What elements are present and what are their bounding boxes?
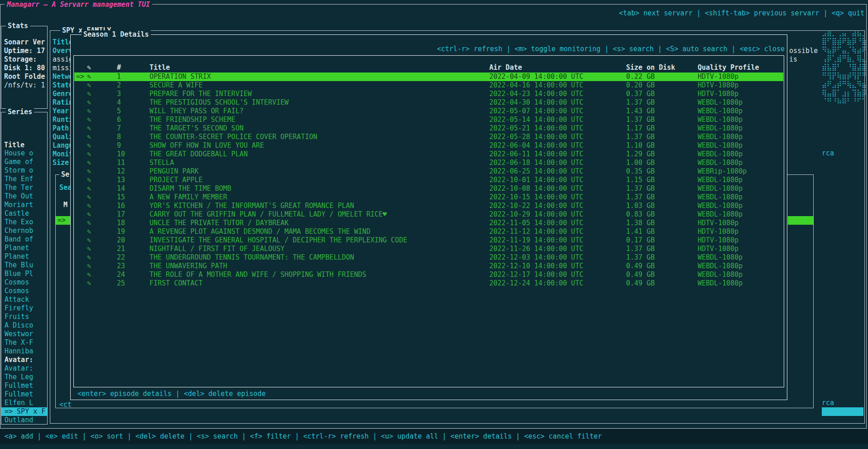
edit-pencil-icon[interactable]: ✎ — [87, 124, 117, 133]
edit-pencil-icon[interactable]: ✎ — [87, 227, 117, 236]
edit-pencil-icon[interactable]: ✎ — [87, 202, 117, 210]
series-list-item[interactable]: The Blu — [1, 261, 47, 270]
episode-row[interactable]: ✎ 16 YOR'S KITCHEN / THE INFORMANT'S GRE… — [74, 202, 783, 210]
series-list-item[interactable]: Elfen L — [1, 399, 47, 407]
edit-pencil-icon[interactable]: ✎ — [87, 176, 117, 184]
edit-pencil-icon[interactable]: ✎ — [87, 133, 117, 141]
series-list-item[interactable]: The Exo — [1, 218, 47, 227]
poster-art-line: ⣴⠟⣠⡾⠛⢷⣄⠻⣦ — [822, 80, 867, 89]
series-list-item[interactable]: Outland — [1, 416, 47, 425]
episode-title: WILL THEY PASS OR FAIL? — [149, 107, 489, 116]
edit-pencil-icon[interactable]: ✎ — [87, 245, 117, 253]
series-list-item[interactable]: Avatar: — [1, 356, 47, 364]
edit-pencil-icon[interactable]: ✎ — [87, 262, 117, 270]
series-list-item[interactable]: Planet — [1, 244, 47, 252]
edit-pencil-icon[interactable]: ✎ — [87, 72, 117, 81]
stats-panel-title: Stats — [6, 22, 30, 30]
edit-pencil-icon[interactable]: ✎ — [87, 184, 117, 193]
series-list-item[interactable]: Band of — [1, 235, 47, 244]
episode-row[interactable]: ✎ 8 THE COUNTER-SECRET POLICE COVER OPER… — [74, 133, 783, 141]
episode-row[interactable]: ✎ 2 SECURE A WIFE 2022-04-16 14:00:00 UT… — [74, 81, 783, 90]
series-list-item[interactable]: Castle — [1, 209, 47, 218]
episode-title: THE COUNTER-SECRET POLICE COVER OPERATIO… — [149, 133, 489, 141]
series-list-item[interactable]: Avatar: — [1, 364, 47, 373]
episode-quality: WEBDL-1080p — [698, 202, 783, 210]
edit-pencil-icon[interactable]: ✎ — [87, 107, 117, 116]
edit-pencil-icon[interactable]: ✎ — [87, 167, 117, 176]
series-list-item[interactable]: Fullmet — [1, 390, 47, 399]
episode-row[interactable]: ✎ 3 PREPARE FOR THE INTERVIEW 2022-04-23… — [74, 90, 783, 98]
episode-quality: WEBDL-1080p — [698, 270, 783, 279]
edit-pencil-icon[interactable]: ✎ — [87, 193, 117, 202]
episode-quality: WEBDL-1080p — [698, 107, 783, 116]
series-list-item[interactable]: Attack — [1, 295, 47, 304]
seasons-footer-fragment: <ct — [59, 401, 72, 409]
episode-row[interactable]: ✎ 15 A NEW FAMILY MEMBER 2022-10-15 14:0… — [74, 193, 783, 202]
episode-row[interactable]: ✎ 4 THE PRESTIGIOUS SCHOOL'S INTERVIEW 2… — [74, 98, 783, 107]
episode-row[interactable]: ✎ 13 PROJECT APPLE 2022-10-01 14:00:00 U… — [74, 176, 783, 184]
poster-art-line: ⢿⣤⣿⠁⣰⡆⢹⣷⡿ — [822, 89, 867, 97]
series-list-item[interactable]: Westwor — [1, 330, 47, 338]
episode-row[interactable]: ✎ 20 INVESTIGATE THE GENERAL HOSPITAL / … — [74, 236, 783, 245]
poster-art-line: ⠛⢻⡟⢷⣶⡾⢻⡟⠛ — [822, 72, 867, 80]
edit-pencil-icon[interactable]: ✎ — [87, 150, 117, 159]
series-list-item[interactable]: Cosmos — [1, 287, 47, 295]
poster-art-line: ⠈⠛⠘⠷⠿⠃⠘⠋⠁ — [822, 97, 867, 106]
edit-pencil-icon[interactable]: ✎ — [87, 236, 117, 245]
episode-air-date: 2022-05-21 14:00:00 UTC — [489, 124, 626, 133]
edit-pencil-icon[interactable]: ✎ — [87, 279, 117, 288]
episode-row[interactable]: ✎ 18 UNCLE THE PRIVATE TUTOR / DAYBREAK … — [74, 219, 783, 227]
series-list-item[interactable]: The Ter — [1, 183, 47, 192]
episode-row[interactable]: ✎ 22 THE UNDERGROUND TENNIS TOURNAMENT: … — [74, 253, 783, 262]
series-list-item[interactable]: The Enf — [1, 175, 47, 183]
episode-row[interactable]: ✎ 7 THE TARGET'S SECOND SON 2022-05-21 1… — [74, 124, 783, 133]
edit-pencil-icon[interactable]: ✎ — [87, 270, 117, 279]
series-list-item[interactable]: The X-F — [1, 338, 47, 347]
series-list-item[interactable]: Firefly — [1, 304, 47, 313]
edit-pencil-icon[interactable]: ✎ — [87, 90, 117, 98]
series-list-item[interactable]: Game of — [1, 158, 47, 166]
series-list-item[interactable]: Blue Pl — [1, 270, 47, 278]
series-list-item[interactable]: => SPY x F — [1, 407, 47, 416]
episode-row[interactable]: ✎ 14 DISARM THE TIME BOMB 2022-10-08 14:… — [74, 184, 783, 193]
edit-pencil-icon[interactable]: ✎ — [87, 219, 117, 227]
episode-row[interactable]: ✎ 24 THE ROLE OF A MOTHER AND WIFE / SHO… — [74, 270, 783, 279]
edit-pencil-icon[interactable]: ✎ — [87, 253, 117, 262]
episode-row[interactable]: ✎ 21 NIGHTFALL / FIRST FIT OF JEALOUSY 2… — [74, 245, 783, 253]
edit-pencil-icon[interactable]: ✎ — [87, 81, 117, 90]
edit-pencil-icon[interactable]: ✎ — [87, 116, 117, 124]
episode-row[interactable]: ✎ 19 A REVENGE PLOT AGAINST DESMOND / MA… — [74, 227, 783, 236]
series-list-item[interactable]: Planet — [1, 252, 47, 261]
edit-pencil-icon[interactable]: ✎ — [87, 141, 117, 150]
series-list-item[interactable]: House o — [1, 149, 47, 158]
series-list-item[interactable]: Fruits — [1, 313, 47, 321]
edit-pencil-icon[interactable]: ✎ — [87, 159, 117, 167]
series-list-item[interactable]: Hanniba — [1, 347, 47, 356]
series-list-item[interactable]: The Leg — [1, 373, 47, 381]
series-list-item[interactable]: A Disco — [1, 321, 47, 330]
episode-row[interactable]: ✎ 11 STELLA 2022-06-18 14:00:00 UTC 1.00… — [74, 159, 783, 167]
series-list-item[interactable]: Fullmet — [1, 381, 47, 390]
episode-size: 0.49 GB — [626, 279, 698, 288]
series-list-item[interactable]: Moriart — [1, 201, 47, 209]
series-list-item[interactable]: Cosmos — [1, 278, 47, 287]
series-list-item[interactable]: Storm o — [1, 166, 47, 175]
episode-row[interactable]: ✎ 25 FIRST CONTACT 2022-12-24 14:00:00 U… — [74, 279, 783, 288]
episode-air-date: 2022-05-28 14:00:00 UTC — [489, 133, 626, 141]
episode-row[interactable]: ✎ 5 WILL THEY PASS OR FAIL? 2022-05-07 1… — [74, 107, 783, 116]
episode-title: THE TARGET'S SECOND SON — [149, 124, 489, 133]
episode-row[interactable]: ✎ 12 PENGUIN PARK 2022-06-25 14:00:00 UT… — [74, 167, 783, 176]
episode-row[interactable]: ✎ 23 THE UNWAVERING PATH 2022-12-10 14:0… — [74, 262, 783, 270]
edit-pencil-icon[interactable]: ✎ — [87, 98, 117, 107]
episode-row[interactable]: => ✎ 1 OPERATION STRIX 2022-04-09 14:00:… — [74, 72, 783, 81]
episode-row[interactable]: ✎ 6 THE FRIENDSHIP SCHEME 2022-05-14 14:… — [74, 116, 783, 124]
series-list-item[interactable]: The Out — [1, 192, 47, 201]
episode-row[interactable]: ✎ 17 CARRY OUT THE GRIFFIN PLAN / FULLME… — [74, 210, 783, 219]
episode-air-date: 2022-11-12 14:00:00 UTC — [489, 227, 626, 236]
episode-row[interactable]: ✎ 9 SHOW OFF HOW IN LOVE YOU ARE 2022-06… — [74, 141, 783, 150]
episode-number: 13 — [117, 176, 149, 184]
edit-pencil-icon[interactable]: ✎ — [87, 210, 117, 219]
episode-quality: WEBRip-1080p — [698, 167, 783, 176]
episode-row[interactable]: ✎ 10 THE GREAT DODGEBALL PLAN 2022-06-11… — [74, 150, 783, 159]
series-list-item[interactable]: Chernob — [1, 227, 47, 235]
